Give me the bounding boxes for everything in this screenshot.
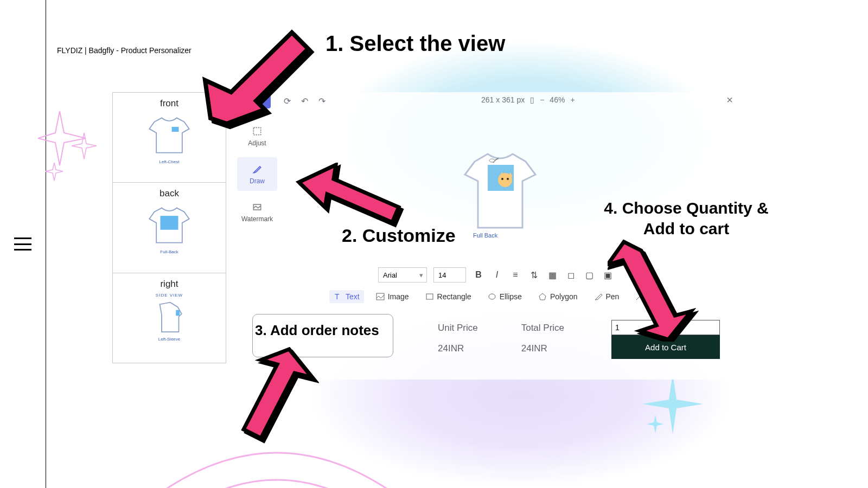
layers-icon[interactable]: ▯ [530,95,534,104]
image-icon [376,292,385,301]
view-tile-back[interactable]: back Full-Back [113,183,226,273]
tool-label: Watermark [241,215,273,223]
thumb-caption: Full-Back [160,249,178,254]
draw-icon [252,164,263,175]
canvas-dims: 261 x 361 px [481,95,525,104]
shape-polygon[interactable]: Polygon [534,290,582,303]
canvas-info: 261 x 361 px ▯ − 46% + [481,95,575,104]
svg-rect-11 [376,293,384,300]
tool-watermark[interactable]: Watermark [237,195,277,229]
view-tag: SIDE VIEW [156,293,183,298]
side-tools: Adjust Draw Watermark [237,119,277,229]
close-icon[interactable]: × [726,94,733,106]
price-row: Unit Price 24INR Total Price 24INR [438,323,564,354]
view-tile-right[interactable]: right SIDE VIEW Left-Sleeve [113,273,226,363]
svg-point-9 [489,159,495,162]
thumb-caption: Left-Chest [159,159,180,164]
font-select[interactable]: Arial [378,267,427,282]
shape-image[interactable]: Image [372,290,413,303]
text-effect-icon[interactable]: ⇅ [528,269,540,281]
align-icon[interactable]: ≡ [509,269,521,281]
unit-price-label: Unit Price [438,323,478,333]
view-name: right [160,279,178,290]
svg-rect-2 [176,310,180,316]
arrow-icon [231,346,323,449]
page-title: FLYDIZ | Badgfly - Product Personalizer [57,46,192,55]
redo-icon[interactable]: ↷ [316,95,327,106]
tool-label: Draw [250,177,265,185]
bold-icon[interactable]: B [473,269,484,281]
total-price-value: 24INR [521,343,564,354]
sparkle-icon [38,111,103,187]
svg-rect-1 [161,216,178,230]
arrow-icon [296,163,404,233]
callout-choose-qty: 4. Choose Quantity & Add to cart [597,198,776,239]
svg-rect-0 [172,127,179,132]
pen-icon [594,292,603,301]
view-name: back [159,188,179,199]
svg-marker-19 [608,242,691,339]
shape-text[interactable]: T Text [329,290,364,303]
font-size-input[interactable] [433,267,466,282]
rectangle-icon [425,292,434,301]
unit-price-value: 24INR [438,343,478,354]
tshirt-front-thumb [139,112,199,158]
svg-marker-18 [244,349,312,438]
watermark-icon [252,202,263,213]
shape-rectangle[interactable]: Rectangle [421,290,476,303]
thumb-caption: Left-Sleeve [158,337,180,342]
tool-draw[interactable]: Draw [237,157,277,191]
tool-label: Adjust [248,139,266,147]
tshirt-back-thumb [139,202,199,248]
stroke-icon[interactable]: ◻ [565,269,577,281]
canvas-preview[interactable] [449,146,552,249]
callout-select-view: 1. Select the view [326,31,505,56]
svg-marker-16 [205,33,308,124]
total-price-label: Total Price [521,323,564,333]
ellipse-icon [488,292,496,301]
svg-marker-17 [299,165,399,222]
svg-marker-14 [539,293,546,300]
polygon-icon [538,292,547,301]
svg-text:T: T [335,292,340,301]
svg-point-7 [501,178,503,180]
tshirt-side-thumb [139,298,199,336]
arrow-icon [201,11,315,136]
arrow-icon [608,239,700,342]
zoom-level: 46% [550,95,565,104]
pattern-icon[interactable]: ▦ [546,269,558,281]
zoom-in-icon[interactable]: + [570,95,575,104]
svg-point-13 [489,294,495,299]
svg-point-8 [507,178,509,180]
menu-icon[interactable] [14,237,31,251]
callout-add-notes: 3. Add order notes [255,322,379,339]
view-name: front [160,98,178,109]
canvas-caption: Full Back [473,232,497,239]
shape-ellipse[interactable]: Ellipse [483,290,526,303]
italic-icon[interactable]: I [491,269,503,281]
text-icon: T [334,292,342,301]
shadow-icon[interactable]: ▢ [583,269,595,281]
format-bar: Arial B I ≡ ⇅ ▦ ◻ ▢ ▣ [378,267,614,282]
zoom-out-icon[interactable]: − [540,95,544,104]
svg-rect-12 [426,294,433,299]
